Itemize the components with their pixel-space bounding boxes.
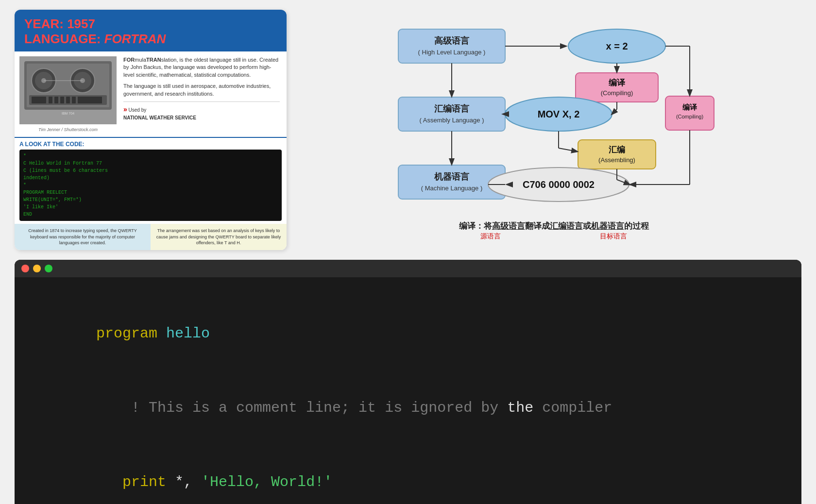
- card-description1: FORmulaTRANslation, is the oldest langua…: [123, 56, 280, 79]
- svg-text:(Compiling): (Compiling): [676, 114, 703, 119]
- svg-text:编译: 编译: [609, 78, 626, 87]
- language-value: FORTRAN: [104, 32, 166, 46]
- code-line-1: *: [23, 153, 26, 159]
- svg-text:汇编语言: 汇编语言: [434, 103, 470, 114]
- svg-rect-19: [398, 29, 505, 63]
- svg-line-38: [612, 109, 617, 114]
- svg-text:x = 2: x = 2: [606, 41, 628, 51]
- code-line-7: WRITE(UNIT=*, FMT=*): [23, 197, 82, 202]
- card-header: YEAR: 1957 LANGUAGE: FORTRAN: [15, 10, 287, 51]
- card-bottom-right: The arrangement was set based on an anal…: [151, 224, 287, 250]
- code-line-9: END: [23, 212, 32, 217]
- terminal-titlebar: [15, 260, 801, 277]
- string-hello: 'Hello, World!': [201, 474, 332, 490]
- quote-mark: »: [123, 105, 127, 113]
- used-by-section: » Used by NATIONAL WEATHER SERVICE: [123, 101, 280, 121]
- svg-text:汇编: 汇编: [609, 145, 625, 154]
- top-section: YEAR: 1957 LANGUAGE: FORTRAN: [0, 0, 816, 260]
- svg-text:(Assembling): (Assembling): [598, 156, 635, 164]
- svg-text:C706 0000 0002: C706 0000 0002: [523, 179, 595, 190]
- year-value: 1957: [67, 17, 95, 31]
- keyword-print: print: [122, 474, 175, 490]
- terminal-body: program hello ! This is a comment line; …: [15, 277, 801, 504]
- card-language: LANGUAGE: FORTRAN: [24, 32, 277, 47]
- svg-text:(Compiling): (Compiling): [601, 89, 633, 97]
- maximize-dot[interactable]: [45, 265, 52, 272]
- svg-rect-14: [66, 97, 70, 103]
- compile-caption: 编译：将高级语言翻译成汇编语言或机器语言的过程 源语言 目标语言: [459, 220, 649, 241]
- code-title: A LOOK AT THE CODE:: [19, 141, 282, 148]
- bold-for: FOR: [123, 57, 135, 63]
- svg-rect-16: [78, 97, 102, 103]
- diagram-section: 高级语言 ( High Level Language ) x = 2 编译 (C…: [306, 10, 801, 250]
- svg-rect-12: [54, 97, 58, 103]
- computer-illustration: IBM 704: [19, 56, 117, 124]
- svg-text:( Assembly Language ): ( Assembly Language ): [420, 117, 484, 124]
- card-bottom: Created in 1874 to increase typing speed…: [15, 224, 287, 250]
- caption-src: 源语言: [480, 232, 501, 240]
- code-line-6: PROGRAM REELECT: [23, 190, 67, 195]
- card-image-caption: Tim Jenner / Shutterstock.com: [19, 127, 117, 132]
- svg-rect-44: [578, 140, 656, 169]
- card-text-section: FORmulaTRANslation, is the oldest langua…: [121, 51, 287, 137]
- card-image-section: IBM 704 Tim Jenner / Shutterstock.com: [15, 51, 121, 137]
- terminal-line-3: print *, 'Hello, World!': [44, 445, 772, 504]
- svg-text:( Machine Language ): ( Machine Language ): [421, 185, 482, 192]
- svg-text:编译: 编译: [682, 103, 697, 111]
- close-dot[interactable]: [21, 265, 29, 272]
- svg-rect-15: [72, 97, 76, 103]
- language-diagram: 高级语言 ( High Level Language ) x = 2 编译 (C…: [389, 15, 719, 218]
- compiler-word: compiler: [533, 400, 612, 416]
- keyword-program: program: [96, 325, 166, 342]
- svg-rect-11: [49, 97, 52, 103]
- code-line-4: indented): [23, 175, 50, 181]
- code-line-5: *: [23, 183, 26, 188]
- svg-rect-25: [576, 73, 658, 102]
- terminal-line-1: program hello: [44, 297, 772, 371]
- svg-text:机器语言: 机器语言: [434, 171, 470, 182]
- svg-line-48: [559, 148, 577, 151]
- svg-text:( High Level Language ): ( High Level Language ): [418, 49, 486, 56]
- svg-rect-13: [60, 97, 64, 103]
- language-label: LANGUAGE:: [24, 32, 101, 46]
- code-line-3: C (lines must be 6 characters: [23, 168, 108, 173]
- terminal-line-2: ! This is a comment line; it is ignored …: [44, 371, 772, 445]
- svg-rect-10: [32, 97, 46, 103]
- code-line-2: C Hello World in Fortran 77: [23, 161, 102, 166]
- svg-rect-29: [398, 97, 505, 131]
- svg-rect-39: [665, 96, 714, 130]
- card-year: YEAR: 1957: [24, 17, 277, 32]
- svg-text:IBM 704: IBM 704: [62, 112, 74, 115]
- year-label: YEAR:: [24, 17, 64, 31]
- caption-dst: 目标语言: [600, 232, 627, 240]
- print-star: *,: [175, 474, 201, 490]
- comment-line: ! This is a comment line; it is ignored …: [96, 400, 507, 416]
- identifier-hello: hello: [166, 325, 210, 342]
- minimize-dot[interactable]: [33, 265, 41, 272]
- code-block: * C Hello World in Fortran 77 C (lines m…: [19, 150, 282, 221]
- fortran-card: YEAR: 1957 LANGUAGE: FORTRAN: [15, 10, 287, 250]
- card-description2: The language is still used in aerospace,…: [123, 83, 280, 98]
- the-word: the: [507, 400, 533, 416]
- used-by-label: Used by: [129, 107, 147, 113]
- used-by-org: NATIONAL WEATHER SERVICE: [123, 115, 196, 120]
- bold-tran: TRAN: [146, 57, 161, 63]
- print-indent: [96, 474, 122, 490]
- svg-text:高级语言: 高级语言: [434, 35, 470, 46]
- caption-main: 编译：将高级语言翻译成汇编语言或机器语言的过程: [459, 221, 649, 231]
- svg-text:MOV X, 2: MOV X, 2: [538, 109, 580, 119]
- code-line-8: 'I like Ike': [23, 204, 58, 210]
- card-bottom-left: Created in 1874 to increase typing speed…: [15, 224, 151, 250]
- terminal-section: program hello ! This is a comment line; …: [15, 260, 801, 504]
